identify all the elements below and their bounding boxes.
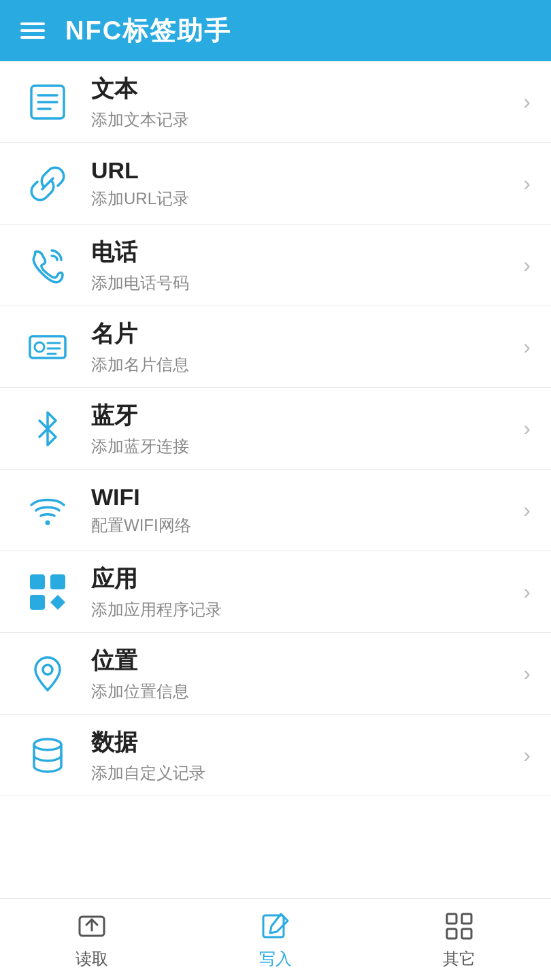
svg-point-6 — [35, 342, 44, 352]
tab-other-label: 其它 — [443, 948, 475, 970]
bluetooth-icon — [20, 408, 75, 449]
tab-bar: 读取 写入 其它 — [0, 898, 551, 980]
chevron-right-icon: › — [523, 661, 531, 686]
svg-line-4 — [42, 178, 53, 189]
menu-button[interactable] — [20, 22, 45, 39]
menu-app-subtitle: 添加应用程序记录 — [91, 599, 516, 621]
menu-url-title: URL — [91, 157, 516, 184]
svg-rect-21 — [447, 929, 456, 938]
menu-item-url[interactable]: URL 添加URL记录 › — [0, 143, 551, 225]
tab-other[interactable]: 其它 — [367, 910, 551, 970]
svg-rect-11 — [30, 574, 45, 589]
data-icon — [20, 735, 75, 776]
menu-item-card[interactable]: 名片 添加名片信息 › — [0, 306, 551, 388]
app-icon — [20, 572, 75, 612]
menu-app-title: 应用 — [91, 564, 516, 595]
svg-point-14 — [43, 665, 52, 674]
menu-phone-subtitle: 添加电话号码 — [91, 272, 516, 294]
menu-item-text[interactable]: 文本 添加文本记录 › — [0, 61, 551, 143]
menu-wifi-title: WIFI — [91, 484, 516, 510]
tab-write[interactable]: 写入 — [184, 910, 367, 970]
chevron-right-icon: › — [523, 171, 531, 196]
wifi-icon — [20, 490, 75, 531]
chevron-right-icon: › — [523, 334, 531, 359]
svg-rect-19 — [447, 914, 456, 924]
menu-location-subtitle: 添加位置信息 — [91, 681, 516, 702]
menu-location-title: 位置 — [91, 645, 516, 676]
menu-text-subtitle: 添加文本记录 — [91, 109, 516, 131]
chevron-right-icon: › — [523, 497, 531, 523]
menu-bluetooth-title: 蓝牙 — [91, 400, 516, 431]
tab-read-label: 读取 — [76, 948, 108, 970]
card-icon — [20, 327, 75, 368]
menu-item-data[interactable]: 数据 添加自定义记录 › — [0, 715, 551, 796]
menu-item-wifi[interactable]: WIFI 配置WIFI网络 › — [0, 470, 551, 551]
svg-rect-18 — [263, 915, 284, 937]
menu-card-title: 名片 — [91, 318, 516, 350]
menu-data-subtitle: 添加自定义记录 — [91, 762, 516, 784]
phone-icon — [20, 245, 75, 286]
menu-item-phone[interactable]: 电话 添加电话号码 › — [0, 225, 551, 306]
svg-rect-12 — [50, 574, 65, 589]
svg-point-15 — [34, 739, 61, 750]
chevron-right-icon: › — [523, 252, 531, 278]
svg-rect-20 — [462, 914, 471, 924]
chevron-right-icon: › — [523, 742, 531, 768]
tab-write-label: 写入 — [259, 948, 292, 970]
url-icon — [20, 163, 75, 204]
menu-url-subtitle: 添加URL记录 — [91, 188, 516, 210]
menu-card-subtitle: 添加名片信息 — [91, 354, 516, 376]
app-title: NFC标签助手 — [65, 14, 231, 48]
text-icon — [20, 82, 75, 122]
menu-item-location[interactable]: 位置 添加位置信息 › — [0, 633, 551, 715]
menu-item-bluetooth[interactable]: 蓝牙 添加蓝牙连接 › — [0, 388, 551, 470]
app-header: NFC标签助手 — [0, 0, 551, 61]
svg-rect-13 — [30, 595, 45, 610]
chevron-right-icon: › — [523, 89, 531, 114]
svg-rect-22 — [462, 929, 471, 938]
menu-list: 文本 添加文本记录 › URL 添加URL记录 › — [0, 61, 551, 898]
menu-text-title: 文本 — [91, 74, 516, 105]
menu-item-app[interactable]: 应用 添加应用程序记录 › — [0, 551, 551, 633]
svg-point-10 — [46, 520, 50, 525]
chevron-right-icon: › — [523, 579, 531, 604]
menu-data-title: 数据 — [91, 727, 516, 758]
menu-phone-title: 电话 — [91, 237, 516, 268]
menu-bluetooth-subtitle: 添加蓝牙连接 — [91, 436, 516, 457]
location-icon — [20, 653, 75, 694]
chevron-right-icon: › — [523, 416, 531, 441]
tab-read[interactable]: 读取 — [0, 910, 184, 970]
menu-wifi-subtitle: 配置WIFI网络 — [91, 514, 516, 536]
